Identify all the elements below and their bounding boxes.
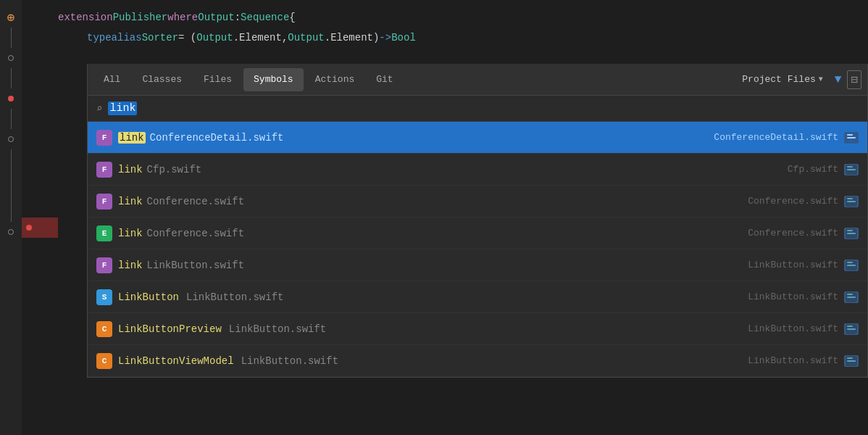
result-right-5: LinkButton.swift: [748, 291, 859, 303]
search-overlay: All Classes Files Symbols Actions Git Pr…: [87, 64, 868, 378]
result-list: F link ConferenceDetail.swift Conference…: [88, 122, 867, 377]
keyword-3: link: [118, 228, 143, 239]
svg-rect-1: [847, 134, 853, 136]
file-icon-1: [844, 164, 859, 175]
project-files-label: Project Files: [742, 74, 815, 85]
code-line-1: extension Publisher where Output : Seque…: [43, 7, 868, 28]
connector-line-2: [11, 68, 12, 88]
search-icon: ⌕: [96, 102, 102, 115]
file-right-1: Cfp.swift: [788, 164, 838, 175]
svg-rect-14: [847, 265, 856, 266]
tab-symbols[interactable]: Symbols: [243, 68, 304, 91]
badge-c-6: C: [96, 321, 112, 337]
search-input-display[interactable]: link: [108, 102, 137, 115]
tab-git[interactable]: Git: [366, 68, 403, 91]
svg-rect-7: [847, 198, 853, 199]
tab-actions[interactable]: Actions: [305, 68, 365, 91]
result-right-2: Conference.swift: [748, 196, 859, 207]
svg-rect-4: [847, 166, 853, 167]
badge-s-5: S: [96, 289, 112, 305]
svg-rect-13: [847, 262, 853, 263]
badge-f-2: F: [96, 194, 112, 210]
svg-rect-10: [847, 230, 853, 231]
filename-4: LinkButton.swift: [147, 260, 244, 271]
svg-rect-2: [847, 137, 856, 138]
keyword-7: LinkButtonViewModel: [118, 355, 234, 367]
result-row-5[interactable]: S LinkButton LinkButton.swift LinkButton…: [88, 281, 867, 313]
file-icon-6: [844, 323, 859, 335]
tab-all[interactable]: All: [93, 68, 130, 91]
filename-3: Conference.swift: [147, 228, 244, 239]
svg-rect-5: [847, 169, 856, 170]
code-line-2: typealias Sorter = ( Output .Element, Ou…: [43, 28, 868, 48]
search-tabs: All Classes Files Symbols Actions Git Pr…: [88, 64, 867, 96]
file-right-5: LinkButton.swift: [748, 291, 838, 302]
keyword-2: link: [118, 196, 143, 207]
filename-6: LinkButton.swift: [229, 323, 326, 335]
file-right-2: Conference.swift: [748, 196, 838, 207]
file-icon-4: [844, 260, 859, 271]
badge-f-4: F: [96, 257, 112, 273]
file-icon-7: [844, 355, 859, 367]
result-row-0[interactable]: F link ConferenceDetail.swift Conference…: [88, 122, 867, 154]
result-right-6: LinkButton.swift: [748, 323, 859, 335]
project-files-button[interactable]: Project Files ▼: [736, 71, 828, 88]
keyword-4: link: [118, 260, 143, 271]
bookmark-icon: ⊕: [5, 12, 17, 23]
breakpoint-dot: [26, 225, 32, 231]
search-bar: ⌕ link: [88, 96, 867, 122]
result-row-7[interactable]: C LinkButtonViewModel LinkButton.swift L…: [88, 345, 867, 377]
file-icon-5: [844, 291, 859, 303]
file-right-4: LinkButton.swift: [748, 260, 838, 270]
filename-7: LinkButton.swift: [241, 355, 338, 367]
svg-rect-20: [847, 328, 856, 330]
file-right-7: LinkButton.swift: [748, 355, 838, 366]
keyword-0: link: [118, 132, 146, 144]
connector-line-4: [11, 149, 12, 222]
result-row-3[interactable]: E link Conference.swift Conference.swift: [88, 218, 867, 249]
file-right-6: LinkButton.swift: [748, 323, 838, 334]
breakpoint-icon: [5, 93, 17, 104]
left-sidebar: ⊕: [0, 0, 22, 435]
tab-right-controls: Project Files ▼ ▼ ⊟: [736, 70, 861, 89]
keyword-1: link: [118, 164, 143, 175]
keyword-5: LinkButton: [118, 291, 179, 303]
svg-rect-8: [847, 201, 856, 202]
svg-rect-16: [847, 294, 853, 295]
svg-rect-23: [847, 360, 856, 362]
dot-icon-3: [5, 226, 17, 238]
tab-classes[interactable]: Classes: [132, 68, 192, 91]
badge-c-7: C: [96, 353, 112, 369]
result-row-2[interactable]: F link Conference.swift Conference.swift: [88, 186, 867, 218]
result-right-0: ConferenceDetail.swift: [714, 132, 859, 144]
dot-icon-1: [5, 52, 17, 64]
file-icon-0: [844, 132, 859, 144]
result-right-1: Cfp.swift: [788, 164, 859, 175]
connector-line-3: [11, 109, 12, 129]
result-right-7: LinkButton.swift: [748, 355, 859, 367]
result-row-4[interactable]: F link LinkButton.swift LinkButton.swift: [88, 249, 867, 281]
file-right-3: Conference.swift: [748, 228, 838, 239]
svg-rect-19: [847, 326, 853, 327]
file-icon-2: [844, 196, 859, 207]
result-right-3: Conference.swift: [748, 228, 859, 239]
filename-1: Cfp.swift: [147, 164, 202, 175]
result-row-1[interactable]: F link Cfp.swift Cfp.swift: [88, 154, 867, 186]
filename-5: LinkButton.swift: [186, 291, 283, 303]
result-row-6[interactable]: C LinkButtonPreview LinkButton.swift Lin…: [88, 313, 867, 345]
filename-2: Conference.swift: [147, 196, 244, 207]
tab-files[interactable]: Files: [193, 68, 242, 91]
search-text-highlight: link: [108, 102, 137, 115]
connector-line-1: [11, 28, 12, 48]
filter-icon[interactable]: ▼: [835, 73, 842, 86]
badge-f-1: F: [96, 162, 112, 178]
badge-e-3: E: [96, 225, 112, 241]
file-right-0: ConferenceDetail.swift: [714, 132, 838, 143]
grid-icon[interactable]: ⊟: [847, 70, 861, 89]
file-icon-3: [844, 228, 859, 239]
filename-0: ConferenceDetail.swift: [150, 132, 284, 144]
dot-icon-2: [5, 133, 17, 145]
chevron-down-icon: ▼: [819, 75, 823, 83]
badge-f-0: F: [96, 130, 112, 146]
svg-rect-17: [847, 297, 856, 298]
